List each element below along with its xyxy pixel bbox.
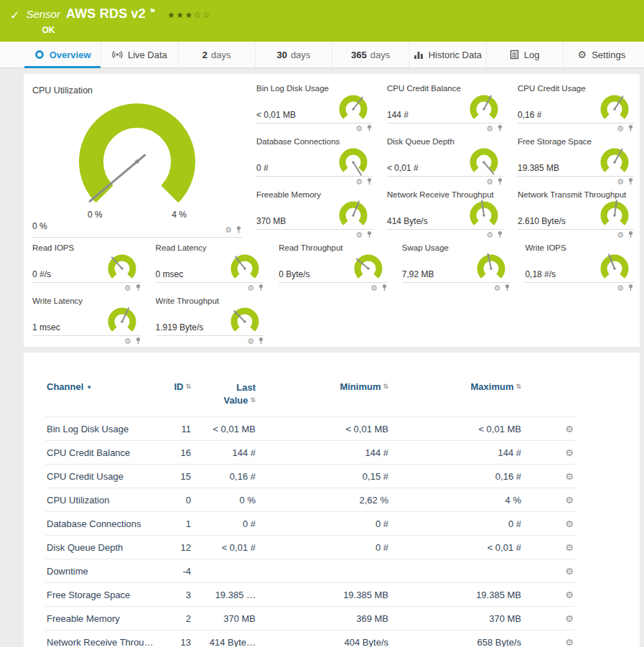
sort-icon: ⇅ — [185, 383, 191, 390]
row-gear-icon[interactable]: ⚙ — [523, 559, 575, 583]
pin-icon[interactable] — [504, 284, 510, 291]
cell-channel[interactable]: Database Connections — [45, 512, 153, 536]
tab-365-days[interactable]: 365 days — [332, 42, 409, 68]
gauge-value: 144 # — [387, 110, 409, 123]
pin-icon[interactable] — [366, 124, 373, 131]
table-row[interactable]: Downtime-4⚙ — [45, 559, 575, 583]
tab-label: Settings — [592, 50, 625, 60]
gear-icon[interactable]: ⚙ — [617, 231, 624, 238]
cell-channel[interactable]: Freeable Memory — [45, 607, 153, 630]
cell-channel[interactable]: Bin Log Disk Usage — [45, 417, 153, 441]
tab-settings[interactable]: ⚙ Settings — [563, 42, 640, 68]
row-gear-icon[interactable]: ⚙ — [523, 583, 575, 607]
gear-icon[interactable]: ⚙ — [355, 125, 363, 132]
table-row[interactable]: Free Storage Space319.385 …19.385 MB19.3… — [45, 583, 575, 607]
gear-icon[interactable]: ⚙ — [486, 125, 493, 132]
row-gear-icon[interactable]: ⚙ — [523, 630, 575, 647]
gear-icon[interactable]: ⚙ — [486, 231, 493, 238]
gauge-dial — [595, 251, 634, 284]
gauge-cell: Swap Usage7,92 MB⚙ — [393, 238, 517, 291]
main-content: CPU Utilization 0 % 4 % 0 % ⚙ Bin Log Di… — [0, 68, 644, 647]
pin-icon[interactable] — [627, 124, 634, 131]
gauge-dial-wrap — [103, 304, 141, 335]
gear-icon[interactable]: ⚙ — [124, 338, 131, 345]
row-gear-icon[interactable]: ⚙ — [523, 607, 575, 630]
col-header-minimum[interactable]: Minimum⇅ — [257, 381, 390, 417]
gear-icon[interactable]: ⚙ — [617, 178, 624, 185]
flag-icon[interactable]: ⚑ — [149, 7, 156, 15]
gauge-label: CPU Utilization — [32, 85, 242, 96]
cell-channel[interactable]: Network Receive Throu… — [45, 630, 153, 647]
cell-last-value: < 0,01 MB — [192, 417, 257, 441]
col-header-last-value[interactable]: Last Value⇅ — [192, 381, 257, 417]
table-row[interactable]: CPU Utilization00 %2,62 %4 %⚙ — [45, 488, 575, 512]
gear-icon[interactable]: ⚙ — [355, 178, 363, 185]
cell-channel[interactable]: Disk Queue Depth — [45, 536, 153, 559]
table-row[interactable]: Freeable Memory2370 MB369 MB370 MB⚙ — [45, 607, 575, 630]
gauge-value: 0,18 #/s — [525, 269, 556, 282]
priority-stars[interactable]: ★★★☆☆ — [167, 10, 211, 20]
pin-icon[interactable] — [627, 284, 634, 291]
table-row[interactable]: CPU Credit Usage150,16 #0,15 #0,16 #⚙ — [45, 465, 575, 488]
gear-icon[interactable]: ⚙ — [355, 231, 363, 238]
cell-channel[interactable]: CPU Utilization — [45, 488, 153, 512]
pin-icon[interactable] — [627, 231, 634, 238]
pin-icon[interactable] — [235, 225, 242, 234]
pin-icon[interactable] — [258, 284, 264, 291]
gear-icon[interactable]: ⚙ — [486, 178, 493, 185]
cell-channel[interactable]: CPU Credit Usage — [45, 465, 153, 488]
gauge-dial-wrap — [334, 197, 373, 229]
gear-icon[interactable]: ⚙ — [617, 125, 624, 132]
pin-icon[interactable] — [497, 124, 503, 131]
cell-maximum: 0,16 # — [390, 465, 523, 488]
cell-channel[interactable]: Free Storage Space — [45, 583, 153, 607]
table-row[interactable]: Disk Queue Depth12< 0,01 #0 #< 0,01 #⚙ — [45, 536, 575, 559]
gear-icon[interactable]: ⚙ — [247, 284, 254, 292]
tab-historic-data[interactable]: Historic Data — [409, 42, 485, 68]
gear-icon[interactable]: ⚙ — [247, 338, 254, 345]
pin-icon[interactable] — [135, 337, 141, 344]
tab-live-data[interactable]: Live Data — [101, 42, 177, 68]
pin-icon[interactable] — [497, 177, 503, 185]
table-row[interactable]: CPU Credit Balance16144 #144 #144 #⚙ — [45, 441, 575, 465]
gear-icon[interactable]: ⚙ — [370, 284, 378, 292]
gauge-value: 0 msec — [156, 269, 184, 282]
row-gear-icon[interactable]: ⚙ — [523, 536, 575, 559]
col-header-maximum[interactable]: Maximum⇅ — [390, 381, 523, 417]
row-gear-icon[interactable]: ⚙ — [523, 417, 575, 441]
cell-channel[interactable]: CPU Credit Balance — [45, 441, 153, 465]
tab-log[interactable]: Log — [486, 42, 563, 68]
gear-icon[interactable]: ⚙ — [124, 284, 131, 292]
col-header-channel[interactable]: Channel▼ — [45, 381, 153, 417]
row-gear-icon[interactable]: ⚙ — [523, 465, 575, 488]
tab-label: Log — [524, 50, 540, 60]
gauge-dial-wrap — [472, 251, 510, 282]
gauge-actions: ⚙ — [225, 225, 242, 234]
col-header-id[interactable]: ID⇅ — [153, 381, 192, 417]
row-gear-icon[interactable]: ⚙ — [523, 441, 575, 465]
table-row[interactable]: Bin Log Disk Usage11< 0,01 MB< 0,01 MB< … — [45, 417, 575, 441]
row-gear-icon[interactable]: ⚙ — [523, 488, 575, 512]
table-row[interactable]: Database Connections10 #0 #0 #⚙ — [45, 512, 575, 536]
gauge-actions: ⚙ — [279, 283, 388, 291]
gauge-cell: Write IOPS0,18 #/s⚙ — [516, 238, 640, 291]
gear-icon[interactable]: ⚙ — [617, 284, 624, 292]
table-row[interactable]: Network Receive Throu…13414 Byte…404 Byt… — [45, 630, 575, 647]
pin-icon[interactable] — [381, 284, 388, 291]
tab-30-days[interactable]: 30 days — [255, 42, 332, 68]
gauge-value: 0 % — [32, 221, 47, 234]
pin-icon[interactable] — [135, 284, 141, 291]
pin-icon[interactable] — [366, 231, 373, 238]
row-gear-icon[interactable]: ⚙ — [523, 512, 575, 536]
pin-icon[interactable] — [497, 231, 503, 238]
pin-icon[interactable] — [258, 337, 264, 344]
tab-label-number: 30 — [276, 50, 286, 60]
pin-icon[interactable] — [627, 177, 634, 185]
pin-icon[interactable] — [366, 177, 373, 185]
gear-icon[interactable]: ⚙ — [494, 284, 501, 292]
tab-2-days[interactable]: 2 days — [178, 42, 255, 68]
gauge-dial-wrap — [349, 251, 388, 282]
gear-icon[interactable]: ⚙ — [225, 226, 232, 234]
cell-channel[interactable]: Downtime — [45, 559, 153, 583]
tab-overview[interactable]: Overview — [24, 42, 101, 68]
